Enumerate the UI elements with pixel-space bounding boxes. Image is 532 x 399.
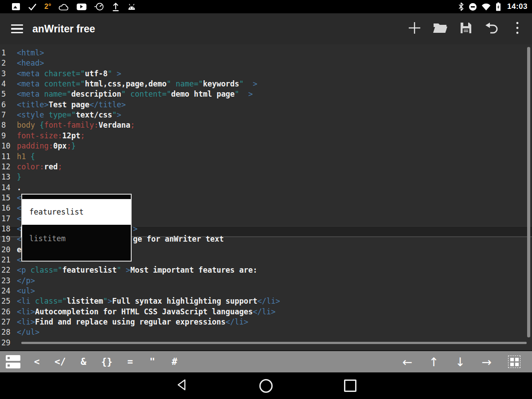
key-ampersand[interactable]: & (79, 356, 88, 367)
plus-icon (407, 21, 422, 37)
code-text: < (17, 214, 21, 224)
cursor-down-button[interactable]: ↓ (455, 356, 466, 368)
key-hash[interactable]: # (170, 356, 179, 367)
line-number: 28 (1, 327, 10, 337)
app-title: anWriter free (32, 23, 95, 35)
code-text-after-popup: > (133, 224, 137, 234)
new-file-button[interactable] (407, 21, 422, 36)
line-number: 11 (1, 152, 10, 162)
line-number: 3 (1, 69, 6, 79)
code-editor[interactable]: 1<html>2<head>3<meta charset="utf-8" >4<… (0, 44, 532, 350)
line-number: 5 (1, 89, 6, 99)
line-number: 18 (1, 224, 10, 234)
code-text: body {font-family:Verdana; (17, 120, 135, 130)
key-quote[interactable]: " (148, 356, 157, 367)
save-floppy-icon (460, 22, 472, 36)
menu-drawer-button[interactable] (11, 24, 23, 34)
code-line-26[interactable]: 26<li>Autocompletion for HTML CSS JavaSc… (0, 307, 532, 317)
home-button[interactable] (259, 379, 273, 392)
code-text: <li>Autocompletion for HTML CSS JavaScri… (17, 307, 275, 317)
code-text: padding:0px;} (17, 141, 76, 151)
vertical-scrollbar[interactable] (527, 47, 530, 337)
android-notification-icon (127, 2, 136, 12)
line-number: 21 (1, 255, 10, 265)
anwriter-app-screen: 2° 14:03 (0, 0, 532, 399)
line-number: 13 (1, 172, 10, 182)
do-not-disturb-icon (469, 3, 477, 11)
line-number: 4 (1, 79, 6, 89)
key-braces[interactable]: {} (101, 356, 112, 367)
code-line-3[interactable]: 3<meta charset="utf-8" > (0, 69, 532, 79)
key-lt[interactable]: < (32, 356, 41, 367)
code-line-5[interactable]: 5<meta name="description" content="demo … (0, 89, 532, 100)
line-number: 6 (1, 100, 6, 110)
cursor-up-button[interactable]: ↑ (429, 356, 439, 368)
autocomplete-item-listitem[interactable]: listitem (22, 225, 131, 252)
line-number: 24 (1, 286, 10, 296)
code-text: < (17, 193, 21, 203)
cursor-right-button[interactable]: → (481, 356, 492, 368)
recents-button[interactable] (344, 379, 357, 392)
code-text: <meta name="description" content="demo h… (17, 89, 253, 99)
code-line-2[interactable]: 2<head> (0, 58, 532, 69)
code-text: <li>Find and replace using regular expre… (17, 317, 248, 327)
code-line-14[interactable]: 14. (0, 183, 532, 193)
line-number: 12 (1, 162, 10, 172)
code-text: <meta charset="utf-8" > (17, 69, 121, 79)
line-number: 23 (1, 276, 10, 286)
save-file-button[interactable] (458, 21, 473, 36)
line-number: 16 (1, 203, 10, 213)
code-line-25[interactable]: 25<li class="listitem">Full syntax highl… (0, 296, 532, 307)
code-text: <head> (17, 58, 44, 68)
code-text: color:red; (17, 162, 62, 172)
code-line-12[interactable]: 12color:red; (0, 162, 532, 172)
line-number: 17 (1, 214, 10, 224)
code-text: <p class="featureslist" >Most important … (17, 265, 258, 275)
undo-button[interactable] (484, 21, 499, 36)
code-text: </p> (17, 276, 35, 286)
key-equals[interactable]: = (126, 356, 135, 367)
snippet-list-button[interactable] (6, 355, 20, 368)
autocomplete-item-featureslist[interactable]: featureslist (22, 199, 131, 225)
open-file-button[interactable] (433, 21, 448, 36)
code-text: <title>Test page</title> (17, 100, 126, 110)
code-text: font-size:12pt; (17, 131, 85, 141)
three-dots-icon (516, 21, 519, 36)
code-line-6[interactable]: 6<title>Test page</title> (0, 100, 532, 110)
code-line-7[interactable]: 7<style type="text/css"> (0, 110, 532, 121)
code-line-27[interactable]: 27<li>Find and replace using regular exp… (0, 317, 532, 328)
line-number: 26 (1, 307, 10, 317)
code-line-22[interactable]: 22<p class="featureslist" >Most importan… (0, 265, 532, 276)
back-button[interactable] (175, 379, 188, 392)
undo-arrow-icon (485, 22, 498, 36)
code-line-9[interactable]: 9font-size:12pt; (0, 131, 532, 141)
horizontal-scrollbar[interactable] (21, 342, 527, 344)
code-line-1[interactable]: 1<html> (0, 48, 532, 59)
key-close-tag[interactable]: </ (55, 356, 66, 367)
code-line-10[interactable]: 10padding:0px;} (0, 141, 532, 152)
code-line-4[interactable]: 4<meta content="html,css,page,demo" name… (0, 79, 532, 90)
android-status-bar: 2° 14:03 (0, 0, 532, 13)
code-line-11[interactable]: 11h1 { (0, 152, 532, 162)
code-line-24[interactable]: 24<ul> (0, 286, 532, 297)
line-number: 20 (1, 245, 10, 255)
line-number: 29 (1, 338, 10, 348)
code-line-13[interactable]: 13} (0, 172, 532, 183)
keyboard-toggle-button[interactable] (508, 356, 520, 368)
cloud-icon (59, 2, 69, 12)
code-line-8[interactable]: 8body {font-family:Verdana; (0, 120, 532, 131)
wifi-icon (481, 2, 491, 12)
recents-square-icon (344, 379, 356, 392)
code-text: <html> (17, 48, 44, 58)
bluetooth-icon (458, 2, 464, 12)
line-number: 27 (1, 317, 10, 327)
line-number: 22 (1, 265, 10, 275)
code-line-23[interactable]: 23</p> (0, 276, 532, 286)
line-number: 8 (1, 120, 6, 130)
cursor-left-button[interactable]: ← (403, 356, 413, 368)
code-line-28[interactable]: 28</ul> (0, 327, 532, 338)
overflow-menu-button[interactable] (510, 21, 525, 36)
code-text: </ul> (17, 327, 39, 337)
line-number: 25 (1, 296, 10, 306)
gauge-notification-icon (94, 2, 104, 12)
